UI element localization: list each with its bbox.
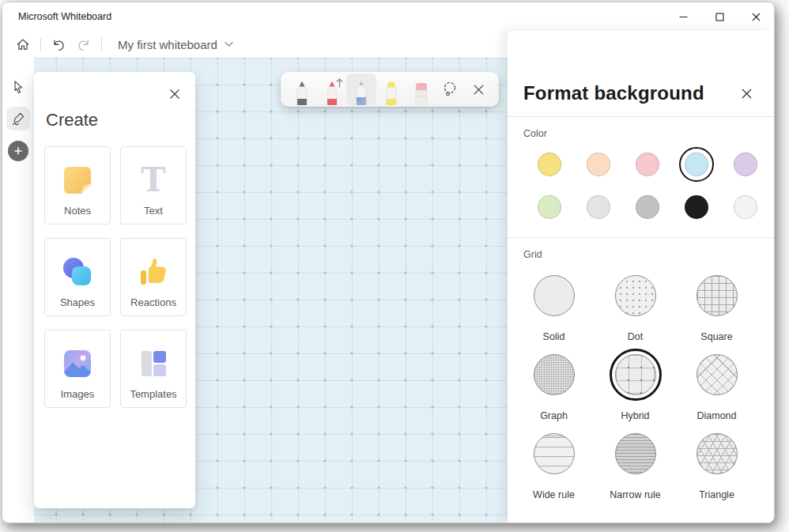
black-pen-icon [292,80,312,105]
maximize-button[interactable] [701,2,738,31]
card-label: Images [61,388,95,400]
pen-icon [10,111,26,126]
grid-option-narrow-rule[interactable]: Narrow rule [610,428,662,500]
eraser-icon [411,80,432,105]
lasso-select-button[interactable] [436,74,464,105]
grid-option-label: Dot [628,331,643,342]
color-swatch-peach[interactable] [581,147,616,182]
close-icon [741,88,753,100]
minimize-icon [679,13,688,21]
grid-options: Solid Dot Square Graph Hybrid Diamond [513,270,774,500]
arrow-up-icon [336,78,343,88]
create-reactions-card[interactable]: Reactions [120,238,187,316]
grid-option-square[interactable]: Square [691,270,743,342]
pen-toolbar-close-button[interactable] [464,74,493,105]
close-icon [169,89,180,100]
narrow-rule-pattern-icon [615,433,656,474]
notes-icon [61,162,94,198]
window-controls [665,2,774,31]
swatch-fill [734,153,757,176]
grid-option-diamond[interactable]: Diamond [691,349,743,421]
card-label: Notes [64,205,91,217]
dot-pattern-icon [615,275,656,316]
hybrid-pattern-icon [615,354,656,395]
create-panel: Create Notes T Text [34,72,195,508]
home-icon [16,37,30,51]
pen-black[interactable] [287,74,317,105]
grid-option-label: Wide rule [533,489,575,500]
app-window: Microsoft Whiteboard [2,2,775,523]
minimize-button[interactable] [665,2,701,31]
grid-option-label: Triangle [699,489,734,500]
create-images-card[interactable]: Images [44,330,111,408]
pen-highlighter[interactable] [376,74,406,105]
grid-option-triangle[interactable]: Triangle [691,428,743,500]
grid-option-label: Solid [543,331,565,342]
solid-pattern-icon [534,275,575,316]
grid-option-label: Square [700,331,732,342]
undo-button[interactable] [46,32,71,56]
thumbs-up-icon [137,254,170,290]
templates-icon [137,345,170,382]
grid-option-hybrid[interactable]: Hybrid [610,349,662,421]
maximize-icon [715,13,724,21]
color-swatch-light-blue[interactable] [679,147,714,182]
create-text-card[interactable]: T Text [120,146,187,224]
close-button[interactable] [738,2,774,31]
card-label: Shapes [60,296,95,308]
eraser[interactable] [406,74,436,105]
color-section-label: Color [523,128,774,139]
pen-galaxy[interactable] [346,74,376,105]
grid-option-label: Narrow rule [610,489,661,500]
create-panel-close-button[interactable] [164,83,186,105]
color-swatch-grid [525,147,774,224]
grid-thumb-ring [610,428,662,480]
create-templates-card[interactable]: Templates [120,330,187,408]
close-icon [752,13,761,21]
section-divider [508,237,774,238]
grid-option-solid[interactable]: Solid [528,270,580,342]
grid-option-graph[interactable]: Graph [528,349,580,421]
create-notes-card[interactable]: Notes [44,146,111,224]
redo-button[interactable] [71,32,96,56]
swatch-fill [685,195,708,219]
format-panel-close-button[interactable] [734,81,758,105]
triangle-pattern-icon [697,433,738,474]
color-swatch-light-grey[interactable] [581,190,616,224]
highlighter-icon [381,80,402,105]
swatch-fill [538,195,561,219]
section-divider [508,116,774,117]
grid-option-dot[interactable]: Dot [610,270,662,342]
grid-section-label: Grid [523,249,774,260]
pen-red-arrow[interactable] [317,74,347,105]
grid-option-label: Graph [540,410,568,421]
color-swatch-green[interactable] [532,190,567,224]
color-swatch-black[interactable] [679,190,714,224]
grid-thumb-ring [528,428,580,480]
add-button[interactable] [8,141,28,161]
color-swatch-white[interactable] [728,190,763,224]
text-icon: T [141,162,165,198]
galaxy-pen-icon [351,80,372,105]
ink-tool-button[interactable] [6,107,30,130]
title-bar: Microsoft Whiteboard [2,2,774,31]
color-swatch-pink[interactable] [630,147,665,182]
window-title: Microsoft Whiteboard [18,11,111,22]
grid-option-label: Diamond [697,410,736,421]
toolbar-divider [101,38,102,51]
card-label: Text [144,205,163,217]
color-swatch-lavender[interactable] [728,147,763,182]
create-shapes-card[interactable]: Shapes [44,238,111,316]
board-name-menu[interactable]: My first whiteboard [111,35,240,55]
color-swatch-yellow[interactable] [532,147,567,182]
home-button[interactable] [10,32,36,56]
swatch-fill [587,195,610,219]
undo-icon [51,37,66,51]
chevron-down-icon [225,41,233,47]
color-swatch-grey[interactable] [630,190,665,224]
grid-thumb-ring [691,270,743,322]
card-label: Reactions [130,296,176,308]
select-tool-button[interactable] [6,75,30,99]
grid-thumb-ring [691,428,743,480]
grid-option-wide-rule[interactable]: Wide rule [528,428,580,500]
